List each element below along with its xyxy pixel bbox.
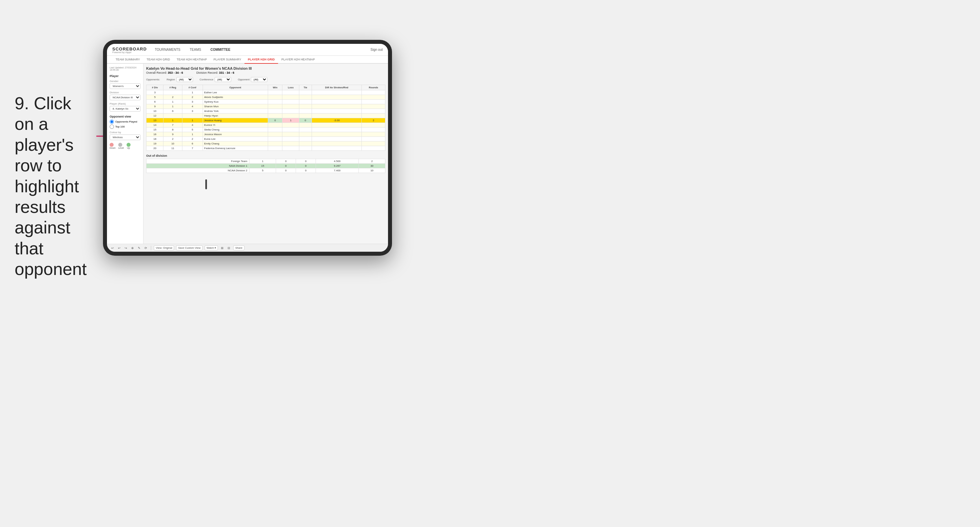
cell-loss xyxy=(282,109,299,114)
conference-label: Conference xyxy=(200,78,213,81)
logo: SCOREBOARD xyxy=(112,46,147,51)
toolbar-icon2[interactable]: ⊟ xyxy=(227,246,231,250)
cell-opponent: Sharon Mun xyxy=(203,104,268,109)
save-custom-button[interactable]: Save Custom View xyxy=(176,245,202,251)
out-loss: 0 xyxy=(276,168,296,173)
col-div: # Div xyxy=(146,85,164,90)
logo-area: SCOREBOARD Powered by clippd TOURNAMENTS… xyxy=(112,46,232,54)
cell-loss xyxy=(282,114,299,118)
cell-reg xyxy=(164,90,182,95)
cell-div: 15 xyxy=(146,127,164,132)
redo2-button[interactable]: ↪ xyxy=(124,246,128,250)
colour-by-label: Colour by xyxy=(110,131,140,134)
view-original-button[interactable]: View: Original xyxy=(154,245,174,251)
table-row[interactable]: 15 8 5 Stella Cheng xyxy=(146,127,385,132)
opponent-view-top100-radio[interactable] xyxy=(110,125,114,129)
cell-div: 9 xyxy=(146,104,164,109)
cell-rounds xyxy=(362,137,385,141)
table-row[interactable]: 6 1 3 Sydney Kuo xyxy=(146,100,385,104)
cell-rounds xyxy=(362,127,385,132)
main-content: Last Updated: 27/03/2024 16:55:28 Player… xyxy=(107,64,388,244)
cell-rounds xyxy=(362,109,385,114)
sidebar-player-title: Player xyxy=(110,75,140,78)
cell-win xyxy=(268,90,282,95)
cell-div: 14 xyxy=(146,123,164,127)
nav-committee[interactable]: COMMITTEE xyxy=(209,47,232,52)
nav-teams[interactable]: TEAMS xyxy=(188,47,202,52)
logo-sub: Powered by clippd xyxy=(112,51,147,54)
cell-rounds xyxy=(362,132,385,137)
cell-reg: 6 xyxy=(164,109,182,114)
zoom-button[interactable]: ⊕ xyxy=(130,246,135,250)
sign-out[interactable]: Sign out xyxy=(371,48,383,51)
opponent-select[interactable]: (All) xyxy=(251,77,267,82)
region-select[interactable]: (All) xyxy=(177,77,193,82)
out-table-row[interactable]: NCAA Division 2 5 0 0 7.400 10 xyxy=(146,168,385,173)
table-row[interactable]: 18 2 2 Euna Lee xyxy=(146,137,385,141)
grid-area: Katelyn Vo Head-to-Head Grid for Women's… xyxy=(143,64,388,244)
undo-button[interactable]: ↩ xyxy=(110,246,115,250)
table-row[interactable]: 5 2 2 Alexis Sudjianto xyxy=(146,95,385,100)
share-button[interactable]: Share xyxy=(233,245,244,251)
toolbar-icon1[interactable]: ⊞ xyxy=(220,246,224,250)
overall-record-value: 353 - 34 - 6 xyxy=(168,71,183,75)
cell-diff xyxy=(312,127,362,132)
table-row[interactable]: 20 11 7 Federica Domecq Lacroze xyxy=(146,146,385,151)
nav-tournaments[interactable]: TOURNAMENTS xyxy=(153,47,182,52)
region-label: Region xyxy=(166,78,175,81)
edit-button[interactable]: ✎ xyxy=(137,246,142,250)
sub-nav-team-summary[interactable]: TEAM SUMMARY xyxy=(112,56,143,64)
table-row[interactable]: 14 7 4 Eunice Yi xyxy=(146,123,385,127)
sub-nav-player-summary[interactable]: PLAYER SUMMARY xyxy=(210,56,245,64)
bottom-toolbar: ↩ ↩ ↪ ⊕ ✎ ⟳ View: Original Save Custom V… xyxy=(107,244,388,252)
cell-loss xyxy=(282,132,299,137)
sub-nav-player-h2h-heatmap[interactable]: PLAYER H2H HEATMAP xyxy=(278,56,318,64)
sub-nav-team-h2h-grid[interactable]: TEAM H2H GRID xyxy=(143,56,173,64)
cell-win xyxy=(268,141,282,146)
cell-conf: 7 xyxy=(182,146,203,151)
cell-opponent: Federica Domecq Lacroze xyxy=(203,146,268,151)
out-table-row[interactable]: Foreign Team 1 0 0 4.500 2 xyxy=(146,159,385,164)
player-rank-select[interactable]: 8. Katelyn Vo xyxy=(110,106,140,111)
refresh-button[interactable]: ⟳ xyxy=(143,246,148,250)
col-reg: # Reg xyxy=(164,85,182,90)
cell-win xyxy=(268,104,282,109)
table-row[interactable]: 12 Haeju Hyun xyxy=(146,114,385,118)
division-select[interactable]: NCAA Division III xyxy=(110,95,140,100)
table-row[interactable]: 10 6 3 Andrea York xyxy=(146,109,385,114)
table-row[interactable]: 13 1 1 Jessica Huang 0 1 0 -3.00 2 xyxy=(146,118,385,123)
conference-select[interactable]: (All) xyxy=(215,77,231,82)
table-row[interactable]: 19 10 6 Emily Chang xyxy=(146,141,385,146)
table-row[interactable]: 16 9 1 Jessica Mason xyxy=(146,132,385,137)
legend-down-label: Down xyxy=(110,147,116,149)
out-table-row[interactable]: NAIA Division 1 15 0 0 9.267 30 xyxy=(146,164,385,168)
cell-rounds xyxy=(362,95,385,100)
cell-div: 6 xyxy=(146,100,164,104)
sub-nav-team-h2h-heatmap[interactable]: TEAM H2H HEATMAP xyxy=(173,56,210,64)
cell-opponent: Esther Lee xyxy=(203,90,268,95)
out-tie: 0 xyxy=(296,159,316,164)
out-loss: 0 xyxy=(276,164,296,168)
cell-reg: 1 xyxy=(164,100,182,104)
table-row[interactable]: 3 1 Esther Lee xyxy=(146,90,385,95)
opponent-view-top100-label: Top 100 xyxy=(115,125,124,128)
table-row[interactable]: 9 1 4 Sharon Mun xyxy=(146,104,385,109)
redo-button[interactable]: ↩ xyxy=(117,246,122,250)
cell-conf: 4 xyxy=(182,104,203,109)
opponent-view-played-radio[interactable] xyxy=(110,119,114,124)
cell-tie xyxy=(299,132,312,137)
cell-reg: 10 xyxy=(164,141,182,146)
cell-loss xyxy=(282,95,299,100)
gender-select[interactable]: Women's xyxy=(110,83,140,89)
cell-win xyxy=(268,100,282,104)
cell-win xyxy=(268,137,282,141)
colour-by-select[interactable]: Win/loss xyxy=(110,135,140,140)
sub-nav: TEAM SUMMARY TEAM H2H GRID TEAM H2H HEAT… xyxy=(107,56,388,64)
watch-button[interactable]: Watch ▾ xyxy=(205,245,218,251)
cell-conf: 5 xyxy=(182,127,203,132)
cell-diff xyxy=(312,100,362,104)
gender-label: Gender xyxy=(110,80,140,83)
sub-nav-player-h2h-grid[interactable]: PLAYER H2H GRID xyxy=(245,56,278,64)
out-rounds: 10 xyxy=(359,168,385,173)
col-conf: # Conf xyxy=(182,85,203,90)
